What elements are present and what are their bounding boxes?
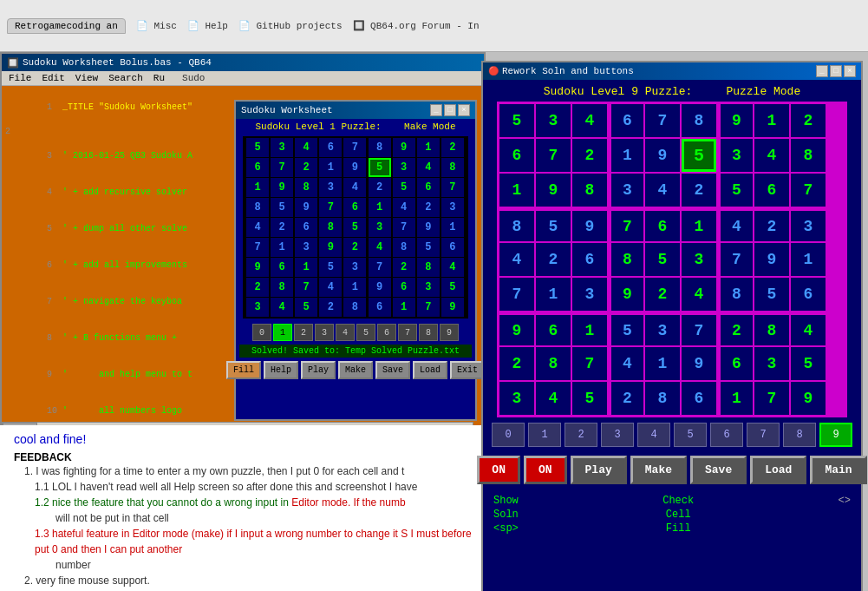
large-cell-0-8[interactable]: 2: [791, 104, 826, 137]
large-cell-1-6[interactable]: 3: [718, 139, 753, 172]
large-num-btn-1[interactable]: 1: [528, 423, 561, 447]
large-cell-5-5[interactable]: 4: [682, 278, 716, 311]
rework-save-button[interactable]: Save: [690, 456, 747, 484]
rework-main-button[interactable]: Main: [810, 456, 866, 484]
small-cell-0-3[interactable]: 6: [319, 138, 342, 157]
small-cell-3-1[interactable]: 5: [271, 198, 293, 217]
small-cell-3-2[interactable]: 9: [295, 198, 317, 217]
large-cell-4-7[interactable]: 9: [754, 243, 789, 276]
small-cell-8-7[interactable]: 7: [417, 298, 440, 317]
small-cell-0-4[interactable]: 7: [343, 138, 366, 157]
large-cell-4-6[interactable]: 7: [718, 243, 753, 276]
small-cell-8-3[interactable]: 2: [319, 298, 342, 317]
large-cell-2-8[interactable]: 7: [791, 174, 826, 207]
large-cell-6-3[interactable]: 5: [609, 312, 643, 345]
large-cell-2-6[interactable]: 5: [718, 174, 753, 207]
large-cell-2-5[interactable]: 2: [682, 174, 716, 207]
rework-maximize-btn[interactable]: □: [830, 65, 842, 77]
small-cell-2-2[interactable]: 8: [295, 178, 317, 197]
large-cell-1-0[interactable]: 6: [499, 139, 534, 172]
load-button[interactable]: Load: [413, 361, 447, 379]
large-cell-5-4[interactable]: 2: [645, 278, 680, 311]
small-cell-4-0[interactable]: 4: [246, 218, 269, 237]
small-cell-5-8[interactable]: 6: [441, 238, 464, 257]
large-cell-0-3[interactable]: 6: [609, 104, 643, 137]
small-num-btn-4[interactable]: 4: [336, 324, 355, 341]
small-cell-4-2[interactable]: 6: [295, 218, 317, 237]
large-cell-8-7[interactable]: 7: [754, 382, 789, 415]
small-cell-3-4[interactable]: 6: [343, 198, 366, 217]
large-num-btn-4[interactable]: 4: [637, 423, 670, 447]
large-cell-0-5[interactable]: 8: [682, 104, 716, 137]
large-cell-1-8[interactable]: 8: [791, 139, 826, 172]
small-num-btn-6[interactable]: 6: [377, 324, 396, 341]
editor-menu-run[interactable]: Ru: [153, 73, 165, 83]
small-num-btn-8[interactable]: 8: [419, 324, 438, 341]
fill-button[interactable]: Fill: [226, 361, 261, 379]
large-cell-2-1[interactable]: 9: [536, 174, 571, 207]
large-cell-8-5[interactable]: 6: [682, 382, 716, 415]
large-cell-4-5[interactable]: 3: [682, 243, 716, 276]
small-cell-7-7[interactable]: 3: [417, 278, 440, 297]
small-cell-4-3[interactable]: 8: [319, 218, 342, 237]
small-cell-3-8[interactable]: 3: [441, 198, 464, 217]
small-cell-5-7[interactable]: 5: [417, 238, 440, 257]
editor-menu-search[interactable]: Search: [108, 73, 143, 83]
large-cell-0-0[interactable]: 5: [499, 104, 534, 137]
small-cell-1-4[interactable]: 9: [343, 158, 366, 177]
small-cell-0-0[interactable]: 5: [246, 138, 269, 157]
small-cell-3-7[interactable]: 2: [417, 198, 440, 217]
rework-make-button[interactable]: Make: [630, 456, 687, 484]
rework-play-button[interactable]: Play: [571, 456, 627, 484]
small-cell-6-3[interactable]: 5: [319, 258, 342, 277]
large-cell-7-7[interactable]: 3: [754, 347, 789, 380]
small-cell-4-5[interactable]: 3: [369, 218, 391, 237]
small-cell-5-2[interactable]: 3: [295, 238, 317, 257]
large-cell-6-1[interactable]: 6: [536, 312, 571, 345]
small-cell-1-0[interactable]: 6: [246, 158, 269, 177]
large-cell-0-7[interactable]: 1: [754, 104, 789, 137]
large-cell-7-4[interactable]: 1: [645, 347, 680, 380]
small-cell-2-4[interactable]: 4: [343, 178, 366, 197]
large-cell-4-0[interactable]: 4: [499, 243, 534, 276]
large-cell-8-8[interactable]: 9: [791, 382, 826, 415]
large-cell-4-1[interactable]: 2: [536, 243, 571, 276]
large-cell-1-3[interactable]: 1: [609, 139, 643, 172]
small-cell-8-1[interactable]: 4: [271, 298, 293, 317]
large-cell-8-3[interactable]: 2: [609, 382, 643, 415]
large-cell-2-2[interactable]: 8: [572, 174, 607, 207]
small-cell-0-5[interactable]: 8: [369, 138, 391, 157]
small-num-btn-3[interactable]: 3: [315, 324, 334, 341]
on-button-1[interactable]: ON: [477, 456, 520, 484]
large-cell-6-0[interactable]: 9: [499, 312, 534, 345]
large-cell-6-5[interactable]: 7: [682, 312, 716, 345]
small-cell-6-6[interactable]: 2: [393, 258, 415, 277]
large-cell-2-4[interactable]: 4: [645, 174, 680, 207]
large-cell-1-7[interactable]: 4: [754, 139, 789, 172]
large-cell-4-8[interactable]: 1: [791, 243, 826, 276]
large-cell-7-8[interactable]: 5: [791, 347, 826, 380]
small-cell-6-1[interactable]: 6: [271, 258, 293, 277]
small-cell-2-3[interactable]: 3: [319, 178, 342, 197]
large-cell-8-2[interactable]: 5: [572, 382, 607, 415]
rework-load-button[interactable]: Load: [750, 456, 806, 484]
large-cell-1-5[interactable]: 5: [682, 139, 716, 172]
small-cell-0-1[interactable]: 3: [271, 138, 293, 157]
small-minimize-btn[interactable]: _: [430, 104, 442, 116]
small-num-btn-9[interactable]: 9: [440, 324, 459, 341]
small-cell-4-7[interactable]: 9: [417, 218, 440, 237]
small-cell-0-2[interactable]: 4: [295, 138, 317, 157]
nav-misc[interactable]: 📄 Misc: [136, 20, 177, 31]
small-cell-1-6[interactable]: 3: [393, 158, 415, 177]
large-cell-8-4[interactable]: 8: [645, 382, 680, 415]
small-cell-8-5[interactable]: 6: [369, 298, 391, 317]
small-cell-7-5[interactable]: 9: [369, 278, 391, 297]
small-cell-2-0[interactable]: 1: [246, 178, 269, 197]
small-cell-7-0[interactable]: 2: [246, 278, 269, 297]
small-num-btn-1[interactable]: 1: [273, 324, 292, 341]
small-cell-3-0[interactable]: 8: [246, 198, 269, 217]
nav-github[interactable]: 📄 GitHub projects: [238, 20, 343, 31]
editor-menu-file[interactable]: File: [9, 73, 31, 83]
small-cell-5-4[interactable]: 2: [343, 238, 366, 257]
small-cell-3-5[interactable]: 1: [369, 198, 391, 217]
